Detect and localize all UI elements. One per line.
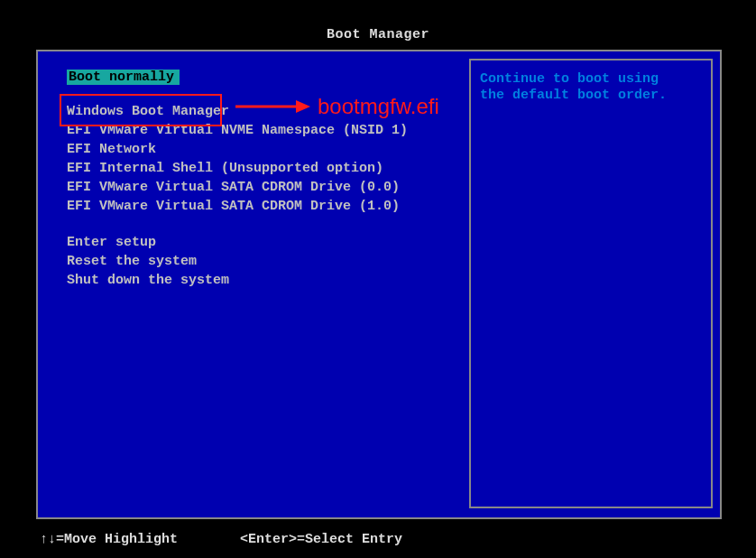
menu-item-reset-system[interactable]: Reset the system xyxy=(67,253,408,271)
page-title: Boot Manager xyxy=(0,0,756,51)
menu-item-shutdown-system[interactable]: Shut down the system xyxy=(67,272,408,290)
info-text-line2: the default boot order. xyxy=(480,88,702,104)
footer-hints: ↑↓=Move Highlight <Enter>=Select Entry xyxy=(40,532,456,547)
boot-manager-panel: Boot normally Windows Boot Manager EFI V… xyxy=(36,50,722,519)
menu-item-windows-boot-manager[interactable]: Windows Boot Manager xyxy=(67,103,408,121)
menu-item-efi-network[interactable]: EFI Network xyxy=(67,141,408,159)
menu-item-boot-normally[interactable]: Boot normally xyxy=(67,70,180,85)
info-text-line1: Continue to boot using xyxy=(480,71,702,88)
boot-menu-list: Boot normally Windows Boot Manager EFI V… xyxy=(67,70,408,291)
hint-move: ↑↓=Move Highlight xyxy=(40,532,178,547)
menu-item-efi-nvme[interactable]: EFI VMware Virtual NVME Namespace (NSID … xyxy=(67,122,408,140)
hint-select: <Enter>=Select Entry xyxy=(240,532,402,547)
menu-item-enter-setup[interactable]: Enter setup xyxy=(67,234,408,252)
menu-item-efi-shell[interactable]: EFI Internal Shell (Unsupported option) xyxy=(67,160,408,178)
menu-item-efi-cdrom-0[interactable]: EFI VMware Virtual SATA CDROM Drive (0.0… xyxy=(67,179,408,197)
info-panel: Continue to boot using the default boot … xyxy=(469,59,713,508)
menu-item-efi-cdrom-1[interactable]: EFI VMware Virtual SATA CDROM Drive (1.0… xyxy=(67,198,408,216)
